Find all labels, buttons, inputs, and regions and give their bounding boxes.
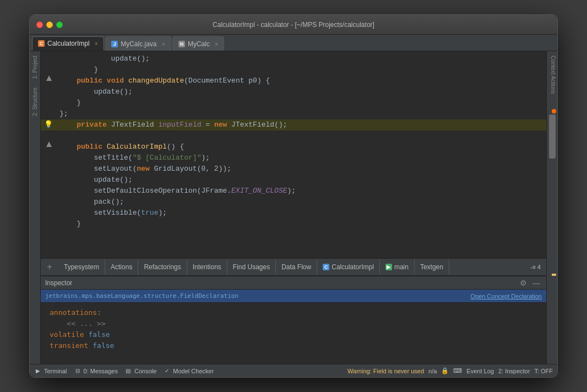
model-checker-button[interactable]: ✓ Model Checker xyxy=(163,367,214,375)
inspector-header: Inspector ⚙ — xyxy=(41,276,546,290)
sidebar-project-label[interactable]: 1: Project xyxy=(31,51,39,83)
tab-textgen[interactable]: Textgen xyxy=(415,259,449,275)
code-line: update(); xyxy=(41,86,546,97)
tab-mycalcjava[interactable]: J MyCalc.java × xyxy=(105,36,171,51)
inspector-settings-button[interactable]: ⚙ xyxy=(518,277,529,288)
inspector-panel: Inspector ⚙ — jetbrains.mps.baseLanguage… xyxy=(41,276,546,364)
annotations-label: annotations: xyxy=(50,308,101,317)
editor-area: update(); } public void changedUpdate(Do… xyxy=(41,51,546,364)
tab-intentions-label: Intentions xyxy=(193,263,221,271)
model-checker-icon: ✓ xyxy=(163,367,171,375)
inspector-breadcrumb-text: jetbrains.mps.baseLanguage.structure.Fie… xyxy=(45,292,238,300)
tab-main-bt[interactable]: ▶ main xyxy=(380,259,415,275)
messages-icon: ⊟ xyxy=(74,367,81,375)
model-checker-label: Model Checker xyxy=(173,368,214,374)
tail-menu-button[interactable]: -≡ 4 xyxy=(527,263,544,271)
tab-mycalc[interactable]: N MyCalc × xyxy=(172,36,224,51)
tab-icon-calculatorimpl: C xyxy=(38,40,45,47)
code-line: update(); xyxy=(41,175,546,186)
main-window: CalculatorImpl - calculator - [~/MPS Pro… xyxy=(29,14,558,378)
code-editor[interactable]: update(); } public void changedUpdate(Do… xyxy=(41,51,546,258)
line-content: update(); xyxy=(57,175,542,186)
volatile-label: volatile xyxy=(50,330,84,339)
svg-marker-0 xyxy=(46,75,52,81)
minimize-button[interactable] xyxy=(46,21,53,28)
inspector-placeholder: << ... >> xyxy=(67,319,105,328)
tab-actions-label: Actions xyxy=(111,263,132,271)
line-content: setLayout(new GridLayout(0, 2)); xyxy=(57,164,542,175)
transient-value: false xyxy=(93,341,114,350)
tab-close-mycalc[interactable]: × xyxy=(215,41,218,47)
tab-close-mycalcjava[interactable]: × xyxy=(162,41,165,47)
highlighted-field-line: 💡 private JTextField inputField = new JT… xyxy=(41,119,546,130)
line-content: }; xyxy=(57,108,542,119)
messages-label: 0: Messages xyxy=(84,368,118,374)
inspector-button[interactable]: 2: Inspector xyxy=(498,368,530,374)
warning-text: Warning: Field is never used xyxy=(347,368,424,374)
code-line: } xyxy=(41,219,546,230)
line-content: setVisible(true); xyxy=(57,208,542,219)
close-button[interactable] xyxy=(36,21,43,28)
inspector-breadcrumb: jetbrains.mps.baseLanguage.structure.Fie… xyxy=(41,290,546,303)
terminal-button[interactable]: ▶ Terminal xyxy=(34,367,67,375)
line-content: private JTextField inputField = new JTex… xyxy=(57,119,542,130)
tab-calculatorimpl[interactable]: C CalculatorImpl × xyxy=(32,36,104,51)
tab-bar: C CalculatorImpl × J MyCalc.java × N MyC… xyxy=(30,35,557,51)
messages-button[interactable]: ⊟ 0: Messages xyxy=(74,367,118,375)
console-icon: ▤ xyxy=(124,367,132,375)
tab-typesystem[interactable]: Typesystem xyxy=(58,259,105,275)
lock-icon: 🔒 xyxy=(441,367,449,374)
console-button[interactable]: ▤ Console xyxy=(124,367,156,375)
tab-intentions[interactable]: Intentions xyxy=(187,259,227,275)
maximize-button[interactable] xyxy=(56,21,63,28)
right-panel: Context Actions xyxy=(546,51,557,364)
inspector-placeholder-row: << ... >> xyxy=(50,318,537,329)
line-content: setDefaultCloseOperation(JFrame.EXIT_ON_… xyxy=(57,186,542,197)
line-gutter-bulb: 💡 xyxy=(41,119,57,130)
left-sidebar: 1: Project 2: Structure xyxy=(30,51,41,364)
inspector-annotations-row: annotations: xyxy=(50,307,537,318)
open-concept-link[interactable]: Open Concept Declaration xyxy=(470,293,542,300)
code-line: } xyxy=(41,64,546,75)
scrollbar-track[interactable] xyxy=(547,98,557,364)
tab-icon-mycalc: N xyxy=(178,41,185,47)
tab-calculatorimpl-bt[interactable]: C CalculatorImpl xyxy=(317,259,380,275)
traffic-lights xyxy=(36,21,63,28)
warning-marker xyxy=(552,274,556,276)
tab-findusages-label: Find Usages xyxy=(233,263,270,271)
inspector-transient-row: transient false xyxy=(50,340,537,351)
bottom-tabs: + Typesystem Actions Refactorings Intent… xyxy=(41,258,546,276)
code-line: update(); xyxy=(41,53,546,64)
context-actions-label[interactable]: Context Actions xyxy=(547,51,557,98)
add-tab-button[interactable]: + xyxy=(43,260,56,274)
t-off-label: T: OFF xyxy=(534,368,553,374)
line-content: update(); xyxy=(57,53,542,64)
tab-findusages[interactable]: Find Usages xyxy=(227,259,276,275)
transient-label: transient xyxy=(50,341,88,350)
line-gutter xyxy=(41,75,57,81)
tab-dataflow[interactable]: Data Flow xyxy=(276,259,317,275)
statusbar-left: ▶ Terminal ⊟ 0: Messages ▤ Console ✓ Mod… xyxy=(34,367,214,375)
code-line: pack(); xyxy=(41,197,546,208)
tab-actions[interactable]: Actions xyxy=(105,259,138,275)
sidebar-structure-label[interactable]: 2: Structure xyxy=(31,83,39,121)
line-content: pack(); xyxy=(57,197,542,208)
event-log-button[interactable]: Event Log xyxy=(466,368,494,374)
tab-close-calculatorimpl[interactable]: × xyxy=(95,40,98,47)
tab-label-mycalc: MyCalc xyxy=(188,40,210,48)
line-content: update(); xyxy=(57,86,542,97)
console-label: Console xyxy=(134,368,156,374)
line-content: public CalculatorImpl() { xyxy=(57,141,542,153)
scrollbar-thumb[interactable] xyxy=(549,115,556,159)
tab-typesystem-label: Typesystem xyxy=(64,263,99,271)
code-line: }; xyxy=(41,108,546,119)
inspector-close-button[interactable]: — xyxy=(531,277,542,288)
code-line: setLayout(new GridLayout(0, 2)); xyxy=(41,164,546,175)
bulb-icon: 💡 xyxy=(44,119,53,130)
statusbar-right: Warning: Field is never used n/a 🔒 ⌨ Eve… xyxy=(347,367,553,374)
line-content: } xyxy=(57,97,542,108)
tab-refactorings[interactable]: Refactorings xyxy=(138,259,187,275)
inspector-actions: ⚙ — xyxy=(518,277,542,288)
error-marker xyxy=(552,109,556,113)
code-line: setTitle("$ [Calculator]"); xyxy=(41,153,546,164)
